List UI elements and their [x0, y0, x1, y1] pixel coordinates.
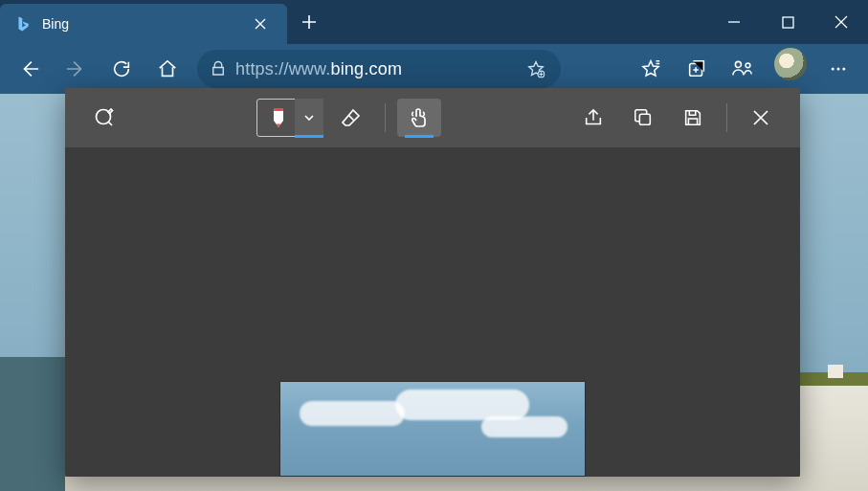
window-controls	[707, 0, 868, 44]
web-capture-canvas[interactable]	[65, 147, 800, 477]
tab-title: Bing	[42, 16, 237, 32]
svg-rect-9	[639, 114, 650, 124]
new-tab-button[interactable]	[287, 0, 331, 44]
profile-avatar[interactable]	[774, 48, 807, 80]
touch-active-indicator	[405, 135, 434, 138]
navigation-toolbar: https://www.bing.com	[0, 44, 868, 94]
browser-tab[interactable]: Bing	[0, 4, 287, 44]
svg-point-4	[746, 63, 750, 68]
minimize-button[interactable]	[707, 0, 761, 44]
collections-button[interactable]	[675, 48, 719, 90]
bing-favicon-icon	[13, 14, 33, 33]
profile-switcher-icon[interactable]	[721, 48, 765, 90]
svg-rect-0	[783, 17, 793, 28]
svg-point-5	[832, 68, 835, 71]
maximize-button[interactable]	[761, 0, 814, 44]
close-overlay-button[interactable]	[739, 99, 783, 137]
copy-button[interactable]	[621, 99, 665, 137]
refresh-button[interactable]	[100, 48, 144, 90]
address-url: https://www.bing.com	[235, 59, 519, 79]
touch-writing-button[interactable]	[397, 99, 441, 137]
share-button[interactable]	[571, 99, 615, 137]
home-button[interactable]	[145, 48, 189, 90]
toolbar-separator	[726, 103, 727, 132]
svg-point-7	[842, 68, 845, 71]
site-info-lock-icon[interactable]	[201, 52, 235, 86]
close-window-button[interactable]	[814, 0, 868, 44]
save-button[interactable]	[671, 99, 715, 137]
add-favorite-button[interactable]	[519, 52, 553, 86]
favorites-button[interactable]	[629, 48, 673, 90]
window-titlebar: Bing	[0, 0, 868, 44]
svg-point-6	[837, 68, 840, 71]
toolbar-separator	[385, 103, 386, 132]
captured-image-preview[interactable]	[279, 381, 586, 477]
web-capture-toolbar	[65, 88, 800, 147]
settings-menu-button[interactable]	[816, 48, 860, 90]
svg-point-3	[735, 61, 741, 67]
tab-close-button[interactable]	[247, 11, 274, 37]
back-button[interactable]	[8, 48, 52, 90]
forward-button[interactable]	[54, 48, 98, 90]
add-note-button[interactable]	[82, 99, 126, 137]
address-bar[interactable]: https://www.bing.com	[197, 50, 561, 88]
web-capture-overlay	[65, 88, 800, 477]
eraser-tool-button[interactable]	[329, 99, 373, 137]
pen-active-indicator	[295, 135, 323, 138]
pen-options-dropdown[interactable]	[295, 99, 323, 137]
